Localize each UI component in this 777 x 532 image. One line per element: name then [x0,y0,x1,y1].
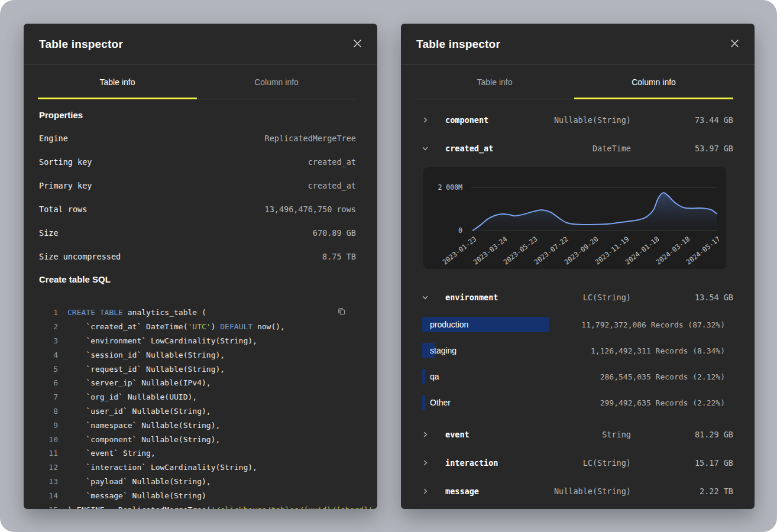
chevron-down-icon [422,145,430,151]
property-label: Primary key [39,181,92,190]
column-type: DateTime [593,144,631,153]
column-row-environment[interactable]: environment LC(String) 13.54 GB [422,283,733,312]
column-row-interaction[interactable]: interaction LC(String) 15.17 GB [422,449,733,477]
property-label: Size [39,228,59,238]
distribution-row-staging: staging 1,126,492,311 Records (8.34%) [422,338,725,364]
modal-title: Table inspector [39,38,123,51]
property-value: ReplicatedMergeTree [265,134,356,143]
close-icon [731,39,739,50]
code-line: 11 `event` String, [24,446,377,460]
chevron-right-icon [422,460,430,466]
property-row: Size uncompressed 8.75 TB [39,245,356,268]
tab-table-info[interactable]: Table info [415,65,574,99]
column-size: 81.29 GB [631,430,733,439]
code-line: 10 `component` Nullable(String), [24,432,377,446]
code-line: 12 `interaction` LowCardinality(String), [24,460,377,475]
distribution-row-other: Other 299,492,635 Records (2.22%) [422,390,725,416]
modal-header: Table inspector [24,24,377,65]
distribution-label: production [430,320,468,329]
create-table-sql-heading: Create table SQL [39,271,362,288]
property-value: 670.89 GB [313,228,356,238]
property-label: Engine [39,134,68,143]
chevron-right-icon [422,432,430,437]
distribution-records: 11,792,372,086 Records (87.32%) [568,320,725,329]
line-number: 1 [39,308,58,317]
code-line: 3 `environment` LowCardinality(String), [24,334,377,348]
code-line: 7 `org_id` Nullable(UUID), [24,390,377,404]
code-line: 8 `user_id` Nullable(String), [24,404,377,419]
distribution-records: 286,545,035 Records (2.12%) [568,372,725,381]
column-size: 15.17 GB [631,458,733,468]
line-number: 5 [39,365,58,374]
column-row-component[interactable]: component Nullable(String) 73.44 GB [422,106,733,134]
column-name: environment [445,293,583,302]
line-number: 9 [39,421,58,430]
column-name: message [445,486,554,496]
line-number: 3 [39,336,58,345]
code-line: 14 `message` Nullable(String) [24,488,377,502]
column-size: 73.44 GB [631,115,733,125]
line-number: 12 [39,463,58,472]
distribution-bar [422,395,425,410]
line-number: 2 [39,322,58,331]
close-button[interactable] [351,38,363,50]
modal-header: Table inspector [401,24,755,65]
distribution-records: 299,492,635 Records (2.22%) [568,398,725,407]
y-axis-label-2000m: 2 000M [423,183,462,192]
code-line: 9 `namespace` Nullable(String), [24,418,377,432]
property-value: created_at [308,181,356,190]
distribution-label: qa [430,372,439,381]
property-row: Primary key created_at [39,174,356,197]
column-size: 13.54 GB [631,293,733,302]
close-icon [354,39,361,50]
property-row: Total rows 13,496,476,750 rows [39,197,356,221]
table-inspector-modal-left: Table inspector Table info Column info P… [24,24,377,509]
column-name: event [445,430,602,439]
code-line: 6 `server_ip` Nullable(IPv4), [24,376,377,390]
copy-icon [336,306,347,319]
line-number: 6 [39,378,58,387]
chevron-right-icon [422,117,430,123]
created-at-distribution-chart: 2 000M 0 2023-01-23 2023-03-24 2023-05-2… [423,167,726,269]
column-type: LC(String) [583,458,631,468]
distribution-bar [422,369,425,384]
code-line: 15) ENGINE = ReplicatedMergeTree('/click… [24,502,377,509]
line-number: 7 [39,392,58,401]
column-name: interaction [445,458,583,468]
property-value: created_at [308,157,356,167]
code-line: 13 `payload` Nullable(String), [24,475,377,489]
line-number: 4 [39,351,58,359]
property-label: Sorting key [39,157,92,167]
tab-column-info[interactable]: Column info [574,65,733,99]
property-label: Size uncompressed [39,252,121,261]
line-number: 13 [39,477,58,486]
tab-table-info[interactable]: Table info [38,65,197,99]
property-value: 8.75 TB [322,252,356,261]
distribution-records: 1,126,492,311 Records (8.34%) [568,346,725,355]
code-line: 4 `session_id` Nullable(String), [24,348,377,362]
copy-button[interactable] [335,306,348,319]
property-row: Sorting key created_at [39,150,356,174]
table-inspector-modal-right: Table inspector Table info Column info c… [401,24,755,509]
close-button[interactable] [729,38,740,50]
column-row-created-at[interactable]: created_at DateTime 53.97 GB [422,134,733,163]
distribution-label: staging [430,346,457,355]
column-type: Nullable(String) [554,486,631,496]
property-row: Engine ReplicatedMergeTree [39,126,356,150]
column-type: Nullable(String) [554,115,631,125]
tab-bar: Table info Column info [38,65,356,99]
line-number: 10 [39,435,58,444]
column-row-message[interactable]: message Nullable(String) 2.22 TB [422,477,733,505]
sql-code-block: 1CREATE TABLE analytics_table ( 2 `creat… [24,306,377,509]
properties-heading: Properties [39,104,362,126]
tab-bar: Table info Column info [415,65,733,99]
property-value: 13,496,476,750 rows [265,205,356,214]
line-number: 11 [39,449,58,458]
property-row: Size 670.89 GB [39,221,356,245]
code-line: 5 `request_id` Nullable(String), [24,362,377,376]
tab-column-info[interactable]: Column info [197,65,356,99]
chevron-right-icon [422,488,430,494]
column-name: created_at [445,144,593,153]
column-row-event[interactable]: event String 81.29 GB [422,420,733,449]
line-number: 15 [39,505,58,509]
